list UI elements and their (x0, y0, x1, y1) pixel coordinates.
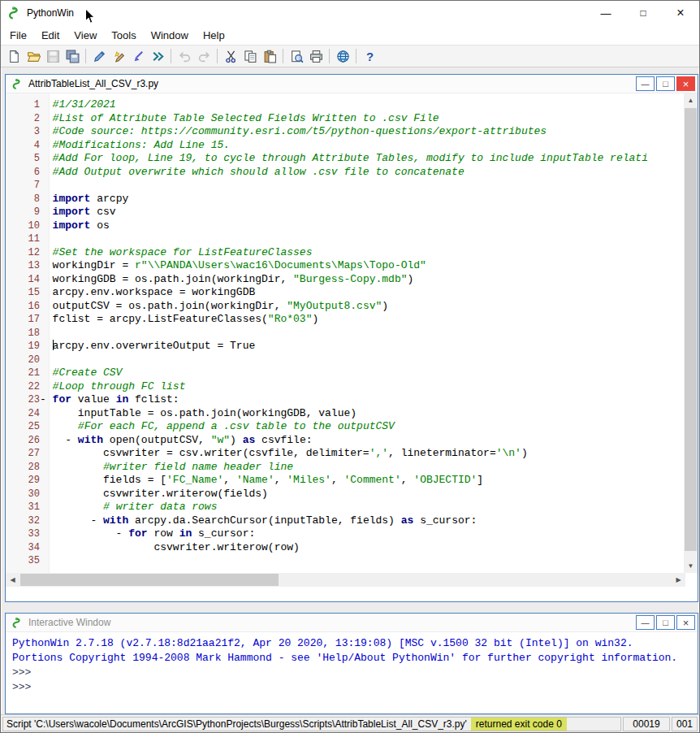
menu-item-window[interactable]: Window (144, 27, 196, 44)
code-line[interactable]: 9 import csv (6, 206, 684, 219)
code-line[interactable]: 20 (6, 353, 684, 367)
code-line[interactable]: 7 (6, 179, 684, 193)
code-line[interactable]: 15 arcpy.env.workspace = workingGDB (6, 286, 684, 300)
copy-button[interactable] (240, 46, 260, 66)
interactive-titlebar[interactable]: Interactive Window — □ × (6, 614, 698, 632)
line-number: 28 (6, 461, 40, 475)
vertical-scroll-thumb[interactable] (685, 108, 697, 551)
toolbar-separator (329, 49, 330, 63)
save-all-icon (66, 50, 80, 63)
menu-item-help[interactable]: Help (196, 27, 232, 44)
line-number: 20 (6, 353, 40, 367)
code-line[interactable]: 33 - for row in s_cursor: (6, 527, 684, 541)
code-line[interactable]: 13 workingDir = r"\\PANDA\Users\wac16\Do… (6, 259, 684, 273)
editor-title: AttribTableList_All_CSV_r3.py (28, 78, 158, 89)
code-line[interactable]: 18 (6, 327, 684, 340)
code-line[interactable]: 30 csvwriter.writerow(fields) (6, 488, 684, 501)
edit-pencil-button[interactable] (89, 46, 109, 66)
menu-item-file[interactable]: File (2, 27, 34, 44)
web-help-button[interactable] (333, 46, 352, 66)
editor-minimize-button[interactable]: — (636, 76, 655, 91)
macro-edit-button[interactable] (109, 46, 128, 66)
redo-button[interactable] (194, 46, 214, 66)
paste-button[interactable] (260, 46, 279, 66)
horizontal-scroll-thumb[interactable] (20, 574, 279, 586)
line-number: 7 (6, 179, 40, 193)
code-line[interactable]: 32 - with arcpy.da.SearchCursor(inputTab… (6, 514, 684, 528)
maximize-button[interactable]: □ (624, 1, 662, 25)
menu-item-view[interactable]: View (67, 27, 104, 44)
menu-item-tools[interactable]: Tools (104, 27, 143, 44)
interactive-minimize-button[interactable]: — (636, 615, 655, 630)
titlebar[interactable]: PythonWin — □ × (1, 1, 699, 25)
code-line[interactable]: 25 #For each FC, append a .csv table to … (6, 420, 684, 434)
save-button[interactable] (43, 46, 63, 66)
print-button[interactable] (306, 46, 326, 66)
code-editor[interactable]: 1 #1/31/20212 #List of Attribute Table S… (6, 93, 698, 573)
scroll-down-icon[interactable]: ▼ (684, 559, 698, 573)
code-line[interactable]: 21 #Create CSV (6, 366, 684, 380)
code-line[interactable]: 6 #Add Output overwrite which should all… (6, 166, 684, 180)
code-line[interactable]: 22 #Loop through FC list (6, 380, 684, 394)
code-line[interactable]: 26 - with open(outputCSV, "w") as csvfil… (6, 434, 684, 448)
code-line[interactable]: 27 csvwriter = csv.writer(csvfile, delim… (6, 447, 684, 461)
editor-titlebar[interactable]: AttribTableList_All_CSV_r3.py — □ × (6, 75, 698, 93)
interactive-console[interactable]: PythonWin 2.7.18 (v2.7.18:8d21aa21f2, Ap… (6, 632, 698, 699)
interactive-close-button[interactable]: × (676, 615, 695, 630)
line-number: 10 (6, 219, 40, 233)
menubar: FileEditViewToolsWindowHelp (1, 25, 699, 45)
scroll-right-icon[interactable]: ▶ (672, 573, 685, 587)
code-line[interactable]: 31 # writer data rows (6, 501, 684, 514)
toolbar-separator (356, 49, 356, 63)
code-line[interactable]: 4 #Modifications: Add Line 15. (6, 139, 684, 153)
code-line[interactable]: 8 import arcpy (6, 193, 684, 206)
code-line[interactable]: 17 fclist = arcpy.ListFeatureClasses("Ro… (6, 313, 684, 327)
new-file-button[interactable] (4, 46, 24, 66)
code-line[interactable]: 16 outputCSV = os.path.join(workingDir, … (6, 300, 684, 314)
line-number: 27 (6, 447, 40, 461)
code-line[interactable]: 29 fields = ['FC_Name', 'Name', 'Miles',… (6, 474, 684, 488)
code-line[interactable]: 28 #writer field name header line (6, 461, 684, 475)
code-line[interactable]: 14 workingGDB = os.path.join(workingDir,… (6, 273, 684, 287)
editor-maximize-button[interactable]: □ (656, 76, 675, 91)
interactive-banner-line: PythonWin 2.7.18 (v2.7.18:8d21aa21f2, Ap… (12, 636, 691, 651)
print-preview-icon (290, 50, 304, 63)
save-all-button[interactable] (63, 46, 82, 66)
paste-icon (263, 50, 277, 63)
code-line[interactable]: 19 arcpy.env.overwriteOutput = True (6, 340, 684, 353)
fold-marker-icon: - (40, 393, 53, 406)
minimize-button[interactable]: — (587, 1, 624, 25)
line-number: 23 (6, 393, 40, 407)
open-file-button[interactable] (24, 46, 43, 66)
code-line[interactable]: 23- for value in fclist: (6, 393, 684, 407)
help-button[interactable]: ? (360, 46, 379, 66)
editor-horizontal-scrollbar[interactable]: ◀ ▶ (6, 573, 685, 587)
pythonwin-app-icon (7, 6, 22, 20)
code-line[interactable]: 35 (6, 554, 684, 568)
scroll-left-icon[interactable]: ◀ (6, 573, 19, 587)
code-line[interactable]: 2 #List of Attribute Table Selected Fiel… (6, 112, 684, 126)
code-line[interactable]: 1 #1/31/2021 (6, 98, 684, 112)
code-line[interactable]: 34 csvwriter.writerow(row) (6, 541, 684, 555)
code-line[interactable]: 3 #Code source: https://community.esri.c… (6, 125, 684, 139)
undo-button[interactable] (175, 46, 194, 66)
code-line[interactable]: 24 inputTable = os.path.join(workingGDB,… (6, 407, 684, 421)
code-line[interactable]: 5 #Add For loop, Line 19, to cycle throu… (6, 152, 684, 166)
interactive-maximize-button[interactable]: □ (656, 615, 675, 630)
code-line[interactable]: 11 (6, 232, 684, 246)
status-column-indicator: 001 (672, 717, 698, 731)
line-number: 24 (6, 407, 40, 421)
line-number: 13 (6, 259, 40, 273)
import-script-button[interactable] (128, 46, 148, 66)
scroll-up-icon[interactable]: ▲ (684, 93, 698, 107)
menu-item-edit[interactable]: Edit (34, 27, 67, 44)
code-line[interactable]: 12 #Set the workspace for ListFeatureCla… (6, 246, 684, 260)
interactive-prompt-line: >>> (12, 666, 691, 680)
editor-vertical-scrollbar[interactable]: ▲ ▼ (684, 93, 698, 573)
print-preview-button[interactable] (287, 46, 306, 66)
editor-close-button[interactable]: × (676, 76, 695, 91)
code-line[interactable]: 10 import os (6, 219, 684, 233)
cut-button[interactable] (221, 46, 240, 66)
run-script-button[interactable] (148, 46, 167, 66)
close-button[interactable]: × (662, 1, 699, 25)
